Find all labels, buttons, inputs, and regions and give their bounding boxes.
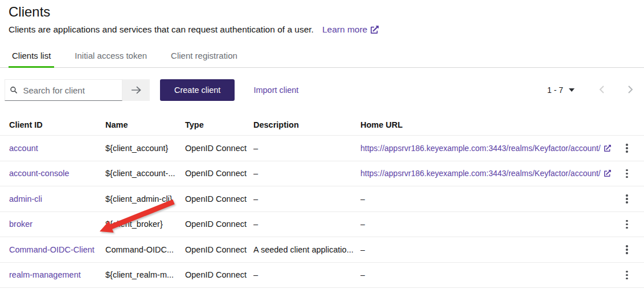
learn-more-label: Learn more (322, 25, 367, 35)
name-cell: ${client_security-... (105, 288, 185, 293)
table-row: Command-OIDC-Client Command-OIDC... Open… (0, 237, 644, 263)
type-cell: OpenID Connect (185, 211, 253, 237)
page-subtitle: Clients are applications and services th… (9, 25, 314, 35)
type-cell: OpenID Connect (185, 186, 253, 212)
type-cell: OpenID Connect (185, 161, 253, 186)
learn-more-link[interactable]: Learn more (322, 25, 379, 35)
client-id-link[interactable]: admin-cli (9, 194, 42, 204)
chevron-left-icon (598, 85, 605, 94)
home-url-cell: – (360, 211, 617, 237)
page-range-label: 1 - 7 (547, 86, 563, 95)
search-group (5, 79, 150, 101)
type-cell: OpenID Connect (185, 288, 253, 293)
column-header-client-id: Client ID (0, 115, 105, 136)
column-header-name: Name (105, 115, 185, 136)
description-cell: – (253, 161, 360, 186)
table-row: realm-management ${client_realm-m... Ope… (0, 262, 644, 288)
name-cell: ${client_account-... (105, 161, 185, 186)
page-header: Clients Clients are applications and ser… (0, 0, 644, 35)
table-row: broker ${client_broker} OpenID Connect –… (0, 211, 644, 237)
client-id-link[interactable]: Command-OIDC-Client (9, 245, 95, 254)
home-url-cell: – (360, 186, 617, 212)
name-cell: Command-OIDC... (105, 237, 185, 263)
table-row: admin-cli ${client_admin-cli} OpenID Con… (0, 186, 644, 212)
row-kebab-menu-button[interactable] (620, 217, 634, 232)
name-cell: ${client_admin-cli} (105, 186, 185, 212)
row-kebab-menu-button[interactable] (620, 268, 634, 283)
arrow-right-icon (131, 86, 142, 94)
pagination: 1 - 7 (546, 83, 636, 98)
create-client-button[interactable]: Create client (160, 79, 235, 101)
client-id-link[interactable]: broker (9, 219, 32, 229)
type-cell: OpenID Connect (185, 262, 253, 288)
home-url-cell: https://appsrvr186.keyexample.com:3443/a… (360, 288, 617, 293)
name-cell: ${client_account} (105, 136, 185, 161)
external-link-icon (604, 170, 611, 177)
row-kebab-menu-button[interactable] (620, 192, 634, 206)
external-link-icon (604, 145, 611, 152)
search-submit-button[interactable] (122, 79, 150, 101)
tab-initial-access-token[interactable]: Initial access token (71, 51, 150, 67)
home-url-cell: https://appsrvr186.keyexample.com:3443/r… (360, 161, 617, 186)
row-kebab-menu-button[interactable] (620, 166, 634, 181)
client-id-link[interactable]: account-console (9, 169, 69, 178)
table-row: security-admin-console ${client_security… (0, 288, 644, 293)
description-cell: – (253, 288, 360, 293)
home-url-link[interactable]: https://appsrvr186.keyexample.com:3443/r… (360, 144, 601, 153)
tabs: Clients listInitial access tokenClient r… (0, 51, 644, 68)
description-cell: – (253, 211, 360, 237)
next-page-button[interactable] (625, 83, 636, 98)
clients-table: Client IDNameTypeDescriptionHome URL acc… (0, 115, 644, 293)
client-id-link[interactable]: realm-management (9, 270, 81, 279)
column-header-home-url: Home URL (360, 115, 617, 136)
external-link-icon (371, 26, 379, 34)
client-id-link[interactable]: account (9, 144, 38, 153)
name-cell: ${client_realm-m... (105, 262, 185, 288)
column-header-actions (617, 115, 644, 136)
table-row: account-console ${client_account-... Ope… (0, 161, 644, 186)
page-range-dropdown[interactable]: 1 - 7 (546, 83, 576, 97)
previous-page-button[interactable] (596, 83, 607, 98)
description-cell: – (253, 262, 360, 288)
description-cell: – (253, 186, 360, 212)
home-url-link[interactable]: https://appsrvr186.keyexample.com:3443/r… (360, 169, 601, 178)
tab-client-registration[interactable]: Client registration (167, 51, 241, 67)
column-header-type: Type (185, 115, 253, 136)
caret-down-icon (569, 88, 575, 92)
table-body: account ${client_account} OpenID Connect… (0, 136, 644, 293)
home-url-cell: – (360, 237, 617, 263)
table-row: account ${client_account} OpenID Connect… (0, 136, 644, 161)
tab-clients-list[interactable]: Clients list (9, 51, 54, 67)
page-title: Clients (9, 3, 635, 21)
row-kebab-menu-button[interactable] (620, 141, 634, 156)
toolbar: Create client Import client 1 - 7 (0, 79, 644, 101)
table-header-row: Client IDNameTypeDescriptionHome URL (0, 115, 644, 136)
name-cell: ${client_broker} (105, 211, 185, 237)
search-icon (10, 86, 17, 94)
chevron-right-icon (627, 85, 634, 94)
import-client-link[interactable]: Import client (253, 86, 298, 95)
description-cell: A seeded client applicatio... (253, 237, 360, 263)
home-url-cell: – (360, 262, 617, 288)
search-input[interactable] (22, 85, 117, 96)
type-cell: OpenID Connect (185, 237, 253, 263)
home-url-cell: https://appsrvr186.keyexample.com:3443/r… (360, 136, 617, 161)
description-cell: – (253, 136, 360, 161)
row-kebab-menu-button[interactable] (620, 242, 634, 257)
column-header-description: Description (253, 115, 360, 136)
type-cell: OpenID Connect (185, 136, 253, 161)
